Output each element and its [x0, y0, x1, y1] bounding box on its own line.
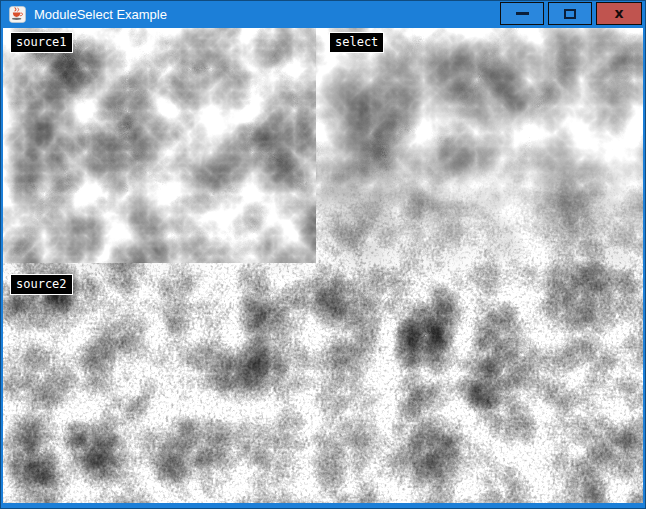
- label-source2: source2: [10, 274, 73, 295]
- java-coffee-cup-icon: [9, 6, 26, 23]
- title-bar[interactable]: ModuleSelect Example x: [0, 0, 646, 28]
- label-select: select: [329, 32, 384, 53]
- window-title: ModuleSelect Example: [34, 7, 167, 22]
- window-controls: x: [500, 2, 642, 25]
- render-area: source1 select source2: [3, 28, 643, 503]
- app-window: ModuleSelect Example x: [0, 0, 646, 509]
- minimize-icon: [516, 12, 529, 15]
- maximize-icon: [564, 9, 576, 19]
- close-button[interactable]: x: [596, 2, 642, 25]
- minimize-button[interactable]: [500, 2, 544, 25]
- maximize-button[interactable]: [548, 2, 592, 25]
- label-source1: source1: [10, 32, 73, 53]
- noise-render: [3, 28, 643, 503]
- close-icon: x: [614, 6, 623, 20]
- source1-texture: [3, 28, 316, 263]
